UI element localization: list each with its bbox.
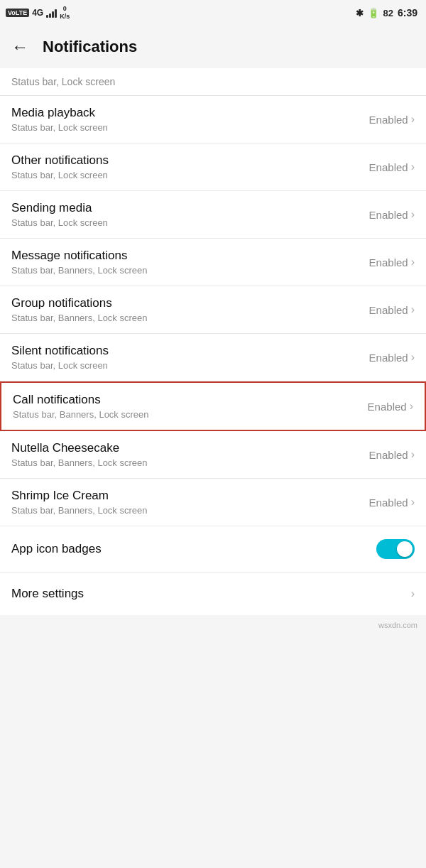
signal-bars bbox=[46, 8, 57, 18]
network-type: 4G bbox=[32, 8, 43, 18]
more-settings-chevron-icon: › bbox=[411, 587, 415, 600]
settings-item-sub-group-notifications: Status bar, Banners, Lock screen bbox=[11, 313, 369, 323]
status-bar-right: ✱ 🔋 82 6:39 bbox=[356, 7, 418, 18]
clock: 6:39 bbox=[398, 7, 417, 18]
settings-item-title-message-notifications: Message notifications bbox=[11, 249, 369, 263]
settings-item-sending-media[interactable]: Sending media Status bar, Lock screen En… bbox=[0, 191, 426, 239]
settings-item-sub-call-notifications: Status bar, Banners, Lock screen bbox=[13, 409, 368, 420]
settings-item-chevron-icon-call-notifications: › bbox=[410, 400, 413, 413]
watermark: wsxdn.com bbox=[0, 615, 426, 635]
settings-item-right-nutella-cheesecake: Enabled › bbox=[369, 448, 415, 461]
settings-item-right-group-notifications: Enabled › bbox=[369, 303, 415, 316]
settings-item-left-group-notifications: Group notifications Status bar, Banners,… bbox=[11, 296, 369, 323]
partial-item: Status bar, Lock screen bbox=[0, 68, 426, 96]
settings-item-chevron-icon-shrimp-ice-cream: › bbox=[411, 496, 415, 509]
settings-item-sub-nutella-cheesecake: Status bar, Banners, Lock screen bbox=[11, 457, 369, 468]
settings-item-right-call-notifications: Enabled › bbox=[368, 400, 413, 413]
status-bar-left: VoLTE 4G 0 K/s bbox=[6, 5, 70, 21]
settings-item-message-notifications[interactable]: Message notifications Status bar, Banner… bbox=[0, 239, 426, 286]
settings-item-other-notifications[interactable]: Other notifications Status bar, Lock scr… bbox=[0, 143, 426, 191]
battery-icon: 🔋 bbox=[368, 8, 379, 18]
settings-item-left-nutella-cheesecake: Nutella Cheesecake Status bar, Banners, … bbox=[11, 441, 369, 468]
network-speed: 0 K/s bbox=[60, 5, 70, 21]
settings-item-right-sending-media: Enabled › bbox=[369, 208, 415, 221]
volte-badge: VoLTE bbox=[6, 9, 29, 17]
settings-item-title-call-notifications: Call notifications bbox=[13, 393, 368, 407]
settings-item-sub-other-notifications: Status bar, Lock screen bbox=[11, 170, 369, 180]
partial-item-text: Status bar, Lock screen bbox=[11, 76, 115, 87]
toggle-knob bbox=[397, 541, 413, 557]
settings-item-call-notifications[interactable]: Call notifications Status bar, Banners, … bbox=[0, 381, 426, 431]
settings-item-status-nutella-cheesecake: Enabled bbox=[369, 449, 408, 461]
content: Status bar, Lock screen Media playback S… bbox=[0, 68, 426, 615]
app-icon-badges-label: App icon badges bbox=[11, 542, 102, 556]
app-icon-badges-toggle[interactable] bbox=[376, 539, 415, 559]
settings-item-left-call-notifications: Call notifications Status bar, Banners, … bbox=[13, 393, 368, 420]
settings-item-sub-message-notifications: Status bar, Banners, Lock screen bbox=[11, 265, 369, 276]
settings-item-title-silent-notifications: Silent notifications bbox=[11, 344, 369, 358]
settings-item-title-shrimp-ice-cream: Shrimp Ice Cream bbox=[11, 489, 369, 503]
settings-item-sub-sending-media: Status bar, Lock screen bbox=[11, 217, 369, 228]
settings-item-title-group-notifications: Group notifications bbox=[11, 296, 369, 310]
settings-item-status-sending-media: Enabled bbox=[369, 209, 408, 221]
settings-item-right-shrimp-ice-cream: Enabled › bbox=[369, 496, 415, 509]
bluetooth-icon: ✱ bbox=[356, 8, 364, 18]
settings-item-left-shrimp-ice-cream: Shrimp Ice Cream Status bar, Banners, Lo… bbox=[11, 489, 369, 516]
settings-item-status-call-notifications: Enabled bbox=[368, 401, 407, 413]
settings-item-chevron-icon-group-notifications: › bbox=[411, 303, 415, 316]
settings-item-chevron-icon-nutella-cheesecake: › bbox=[411, 448, 415, 461]
settings-item-status-group-notifications: Enabled bbox=[369, 304, 408, 316]
settings-item-left-message-notifications: Message notifications Status bar, Banner… bbox=[11, 249, 369, 276]
settings-item-group-notifications[interactable]: Group notifications Status bar, Banners,… bbox=[0, 286, 426, 334]
settings-item-right-other-notifications: Enabled › bbox=[369, 161, 415, 173]
settings-item-title-sending-media: Sending media bbox=[11, 201, 369, 215]
settings-item-title-other-notifications: Other notifications bbox=[11, 153, 369, 168]
settings-item-title-media-playback: Media playback bbox=[11, 106, 369, 120]
settings-item-left-silent-notifications: Silent notifications Status bar, Lock sc… bbox=[11, 344, 369, 371]
settings-item-status-shrimp-ice-cream: Enabled bbox=[369, 497, 408, 509]
settings-item-sub-media-playback: Status bar, Lock screen bbox=[11, 122, 369, 133]
settings-item-chevron-icon-silent-notifications: › bbox=[411, 351, 415, 364]
settings-item-status-silent-notifications: Enabled bbox=[369, 352, 408, 364]
settings-item-left-media-playback: Media playback Status bar, Lock screen bbox=[11, 106, 369, 133]
settings-item-chevron-icon-media-playback: › bbox=[411, 113, 415, 126]
settings-item-media-playback[interactable]: Media playback Status bar, Lock screen E… bbox=[0, 96, 426, 143]
settings-item-silent-notifications[interactable]: Silent notifications Status bar, Lock sc… bbox=[0, 334, 426, 381]
settings-item-left-other-notifications: Other notifications Status bar, Lock scr… bbox=[11, 153, 369, 180]
settings-item-status-media-playback: Enabled bbox=[369, 114, 408, 126]
settings-item-right-silent-notifications: Enabled › bbox=[369, 351, 415, 364]
settings-item-right-message-notifications: Enabled › bbox=[369, 256, 415, 268]
settings-item-status-other-notifications: Enabled bbox=[369, 161, 408, 173]
items-container: Media playback Status bar, Lock screen E… bbox=[0, 96, 426, 526]
status-bar: VoLTE 4G 0 K/s ✱ 🔋 82 6:39 bbox=[0, 0, 426, 26]
settings-item-left-sending-media: Sending media Status bar, Lock screen bbox=[11, 201, 369, 228]
settings-item-status-message-notifications: Enabled bbox=[369, 256, 408, 268]
settings-item-sub-silent-notifications: Status bar, Lock screen bbox=[11, 360, 369, 371]
back-button[interactable]: ← bbox=[11, 37, 28, 57]
settings-item-chevron-icon-sending-media: › bbox=[411, 208, 415, 221]
more-settings-item[interactable]: More settings › bbox=[0, 573, 426, 615]
settings-item-sub-shrimp-ice-cream: Status bar, Banners, Lock screen bbox=[11, 505, 369, 516]
settings-item-shrimp-ice-cream[interactable]: Shrimp Ice Cream Status bar, Banners, Lo… bbox=[0, 479, 426, 526]
app-icon-badges-item[interactable]: App icon badges bbox=[0, 526, 426, 573]
settings-item-right-media-playback: Enabled › bbox=[369, 113, 415, 126]
toolbar: ← Notifications bbox=[0, 26, 426, 68]
settings-item-nutella-cheesecake[interactable]: Nutella Cheesecake Status bar, Banners, … bbox=[0, 431, 426, 479]
settings-item-chevron-icon-message-notifications: › bbox=[411, 256, 415, 268]
page-title: Notifications bbox=[43, 38, 137, 56]
battery-level: 82 bbox=[383, 8, 393, 18]
more-settings-label: More settings bbox=[11, 587, 84, 601]
settings-item-title-nutella-cheesecake: Nutella Cheesecake bbox=[11, 441, 369, 455]
settings-item-chevron-icon-other-notifications: › bbox=[411, 161, 415, 173]
